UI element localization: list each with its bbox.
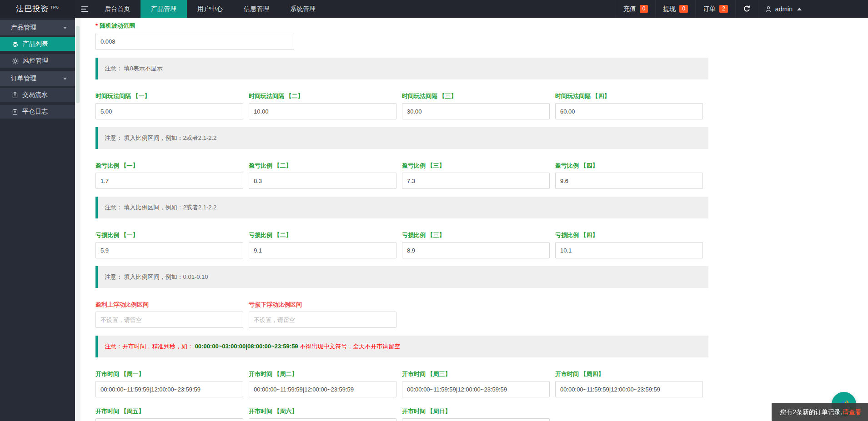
- sidebar-group-product-label: 产品管理: [11, 24, 36, 32]
- loss-ratio-row: 亏损比例 【一】 亏损比例 【二】 亏损比例 【三】 亏损比例 【四】: [95, 231, 868, 258]
- open-time-thu-input[interactable]: [555, 381, 703, 397]
- float-zone-row: 盈利上浮动比例区间 亏损下浮动比例区间: [95, 301, 868, 328]
- open-time-fri-label: 开市时间 【周五】: [95, 407, 243, 416]
- sidebar-item-trade-flow[interactable]: 交易流水: [0, 88, 75, 102]
- recharge-count-badge: 0: [640, 5, 648, 13]
- open-time-mon-label: 开市时间 【周一】: [95, 370, 243, 378]
- open-time-mon-input[interactable]: [95, 381, 243, 397]
- required-asterisk: *: [95, 22, 98, 29]
- open-time-thu-label: 开市时间 【周四】: [555, 370, 703, 378]
- topbar-right: 充值 0 提现 0 订单 2 admin: [616, 0, 808, 18]
- time-interval-1-label: 时间玩法间隔 【一】: [95, 92, 243, 100]
- topbar: 法巴投资 TP6 后台首页 产品管理 用户中心 信息管理 系统管理 充值 0 提…: [0, 0, 868, 18]
- time-interval-row: 时间玩法间隔 【一】 时间玩法间隔 【二】 时间玩法间隔 【三】 时间玩法间隔 …: [95, 92, 868, 119]
- profit-float-zone-label: 盈利上浮动比例区间: [95, 301, 243, 309]
- random-wave-input[interactable]: [95, 33, 294, 50]
- loss-ratio-3-input[interactable]: [402, 242, 550, 258]
- sidebar-group-order-label: 订单管理: [11, 74, 36, 83]
- loss-ratio-4-label: 亏损比例 【四】: [555, 231, 703, 239]
- sidebar-group-order[interactable]: 订单管理: [0, 71, 75, 86]
- time-interval-2-label: 时间玩法间隔 【二】: [249, 92, 396, 100]
- sidebar-item-product-list-label: 产品列表: [23, 40, 48, 48]
- loss-ratio-3-label: 亏损比例 【三】: [402, 231, 550, 239]
- sidebar-item-risk-management[interactable]: 风控管理: [0, 54, 75, 68]
- profit-ratio-3-label: 盈亏比例 【三】: [402, 162, 550, 170]
- open-time-wed-input[interactable]: [402, 381, 550, 397]
- orders-label: 订单: [703, 5, 716, 13]
- random-wave-label: *随机波动范围: [95, 22, 868, 30]
- tab-product-management[interactable]: 产品管理: [140, 0, 187, 18]
- orders-shortcut[interactable]: 订单 2: [695, 0, 735, 18]
- notice-ratio-example-2: 注意： 填入比例区间，例如：2或者2.1-2.2: [95, 197, 708, 218]
- open-time-fri-input[interactable]: [95, 418, 243, 421]
- tab-dashboard[interactable]: 后台首页: [94, 0, 140, 18]
- loss-ratio-2-input[interactable]: [249, 242, 396, 258]
- sidebar-item-close-log[interactable]: 平仓日志: [0, 105, 75, 119]
- recharge-label: 充值: [623, 5, 636, 13]
- chevron-up-icon: [797, 8, 802, 10]
- toast-text: 您有2条新的订单记录,: [780, 408, 843, 416]
- recharge-shortcut[interactable]: 充值 0: [616, 0, 656, 18]
- sidebar-item-risk-label: 风控管理: [23, 57, 48, 65]
- user-menu[interactable]: admin: [758, 0, 808, 18]
- content-scrollbar[interactable]: [75, 18, 80, 421]
- profit-ratio-row: 盈亏比例 【一】 盈亏比例 【二】 盈亏比例 【三】 盈亏比例 【四】: [95, 162, 868, 189]
- profit-ratio-2-input[interactable]: [249, 173, 396, 189]
- sidebar-item-product-list[interactable]: 产品列表: [0, 37, 75, 51]
- notice-small-ratio-example: 注意： 填入比例区间，例如：0.01-0.10: [95, 266, 708, 288]
- sidebar-item-close-log-label: 平仓日志: [22, 108, 48, 116]
- time-interval-3-input[interactable]: [402, 103, 550, 119]
- notice-open-time-format: 注意：开市时间，精准到秒，如： 00:00:00~03:00:00|08:00:…: [95, 336, 708, 357]
- chevron-down-icon: [63, 78, 67, 80]
- clipboard-icon: [12, 109, 18, 115]
- profit-ratio-4-label: 盈亏比例 【四】: [555, 162, 703, 170]
- loss-ratio-1-label: 亏损比例 【一】: [95, 231, 243, 239]
- open-time-tue-input[interactable]: [249, 381, 396, 397]
- open-time-row-2: 开市时间 【周五】 开市时间 【周六】 开市时间 【周日】: [95, 407, 868, 421]
- loss-ratio-2-label: 亏损比例 【二】: [249, 231, 396, 239]
- tab-info-management[interactable]: 信息管理: [233, 0, 280, 18]
- chevron-down-icon: [63, 27, 67, 29]
- username: admin: [775, 5, 793, 13]
- field-random-wave: *随机波动范围: [95, 22, 868, 50]
- open-time-example: 00:00:00~03:00:00|08:00:00~23:59:59: [195, 343, 298, 350]
- time-interval-1-input[interactable]: [95, 103, 243, 119]
- loss-ratio-1-input[interactable]: [95, 242, 243, 258]
- sidebar-collapse-icon[interactable]: [75, 0, 94, 18]
- profit-ratio-1-input[interactable]: [95, 173, 243, 189]
- toast-view-link[interactable]: 请查看: [843, 408, 862, 416]
- profit-ratio-3-input[interactable]: [402, 173, 550, 189]
- main-nav: 后台首页 产品管理 用户中心 信息管理 系统管理: [94, 0, 326, 18]
- profit-ratio-4-input[interactable]: [555, 173, 703, 189]
- withdraw-label: 提现: [663, 5, 676, 13]
- app-logo: 法巴投资 TP6: [0, 0, 75, 18]
- time-interval-4-input[interactable]: [555, 103, 703, 119]
- notice-zero-hidden: 注意： 填0表示不显示: [95, 58, 708, 79]
- gear-icon: [12, 58, 19, 64]
- user-icon: [765, 5, 772, 13]
- sidebar-group-product[interactable]: 产品管理: [0, 20, 75, 35]
- time-interval-2-input[interactable]: [249, 103, 396, 119]
- tab-system-management[interactable]: 系统管理: [280, 0, 326, 18]
- sidebar: 产品管理 产品列表 风控管理 订单管理: [0, 18, 75, 421]
- profit-ratio-1-label: 盈亏比例 【一】: [95, 162, 243, 170]
- time-interval-4-label: 时间玩法间隔 【四】: [555, 92, 703, 100]
- layers-icon: [12, 41, 19, 48]
- open-time-tue-label: 开市时间 【周二】: [249, 370, 396, 378]
- orders-count-badge: 2: [719, 5, 728, 13]
- open-time-sun-input[interactable]: [402, 418, 550, 421]
- refresh-icon[interactable]: [735, 0, 758, 18]
- notice-ratio-example-1: 注意： 填入比例区间，例如：2或者2.1-2.2: [95, 127, 708, 149]
- clipboard-icon: [12, 92, 18, 99]
- new-order-toast: 您有2条新的订单记录,请查看: [772, 403, 868, 421]
- open-time-wed-label: 开市时间 【周三】: [402, 370, 550, 378]
- loss-float-zone-label: 亏损下浮动比例区间: [249, 301, 396, 309]
- open-time-sat-input[interactable]: [249, 418, 396, 421]
- scrollbar-thumb[interactable]: [76, 26, 80, 103]
- loss-float-zone-input[interactable]: [249, 312, 396, 328]
- open-time-sun-label: 开市时间 【周日】: [402, 407, 550, 416]
- profit-float-zone-input[interactable]: [95, 312, 243, 328]
- loss-ratio-4-input[interactable]: [555, 242, 703, 258]
- tab-user-center[interactable]: 用户中心: [187, 0, 233, 18]
- withdraw-shortcut[interactable]: 提现 0: [655, 0, 695, 18]
